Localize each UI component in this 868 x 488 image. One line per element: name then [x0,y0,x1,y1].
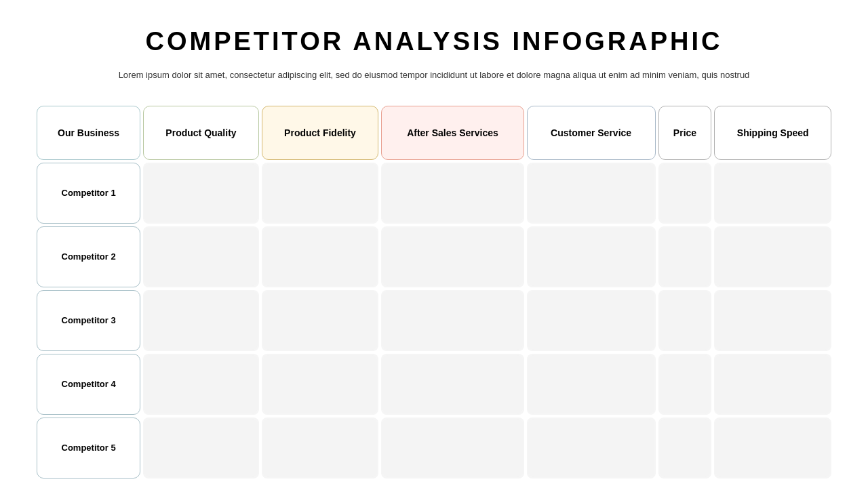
data-cell [714,163,831,224]
page-container: COMPETITOR ANALYSIS INFOGRAPHIC Lorem ip… [0,0,868,488]
data-cell [143,163,259,224]
data-cell [527,226,656,287]
data-cell [658,354,712,415]
header-cell-our-business: Our Business [37,106,140,160]
grid-container: Our BusinessProduct QualityProduct Fidel… [34,103,834,481]
data-cell [262,418,379,479]
data-cell [262,354,379,415]
header-cell-product-fidelity: Product Fidelity [262,106,379,160]
data-cell [381,226,524,287]
data-cell [143,226,259,287]
data-cell [714,290,831,351]
data-cell [658,418,712,479]
data-cell [381,418,524,479]
data-cell [381,163,524,224]
header-row: Our BusinessProduct QualityProduct Fidel… [37,106,831,160]
table-row: Competitor 5 [37,418,831,479]
row-label-competitor-1: Competitor 1 [37,163,140,224]
header-cell-shipping-speed: Shipping Speed [714,106,831,160]
header-section: COMPETITOR ANALYSIS INFOGRAPHIC Lorem ip… [34,27,834,83]
header-cell-price: Price [658,106,712,160]
header-cell-product-quality: Product Quality [143,106,259,160]
data-cell [262,290,379,351]
table-row: Competitor 1 [37,163,831,224]
data-cell [262,226,379,287]
table-row: Competitor 2 [37,226,831,287]
data-cell [714,226,831,287]
header-cell-customer-service: Customer Service [527,106,656,160]
data-cell [381,290,524,351]
table-row: Competitor 3 [37,290,831,351]
table-row: Competitor 4 [37,354,831,415]
header-cell-after-sales: After Sales Services [381,106,524,160]
data-cell [381,354,524,415]
page-subtitle: Lorem ipsum dolor sit amet, consectetur … [78,68,790,83]
data-cell [262,163,379,224]
data-cell [714,354,831,415]
row-label-competitor-5: Competitor 5 [37,418,140,479]
data-cell [143,418,259,479]
comparison-table: Our BusinessProduct QualityProduct Fidel… [34,103,834,481]
row-label-competitor-2: Competitor 2 [37,226,140,287]
data-cell [527,290,656,351]
data-cell [527,354,656,415]
data-cell [714,418,831,479]
data-cell [658,290,712,351]
data-cell [527,163,656,224]
data-cell [527,418,656,479]
data-cell [143,354,259,415]
page-title: COMPETITOR ANALYSIS INFOGRAPHIC [34,27,834,56]
row-label-competitor-3: Competitor 3 [37,290,140,351]
row-label-competitor-4: Competitor 4 [37,354,140,415]
data-cell [658,163,712,224]
data-cell [658,226,712,287]
data-cell [143,290,259,351]
